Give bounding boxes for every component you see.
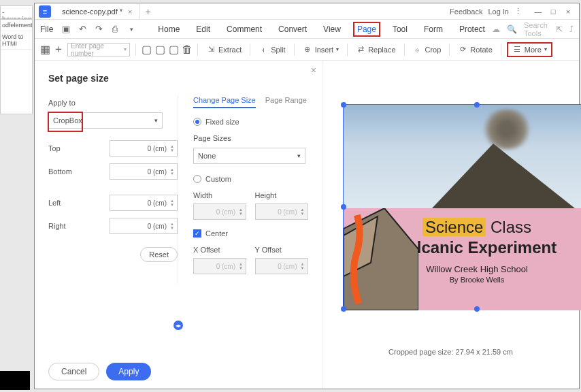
rotate-button[interactable]: ⟳Rotate	[455, 43, 495, 56]
doc-subtitle2: By Brooke Wells	[450, 276, 505, 284]
page-number-input[interactable]: Enter page number▾	[67, 43, 130, 56]
kebab-icon[interactable]: ⋮	[514, 7, 522, 16]
menu-tool[interactable]: Tool	[388, 22, 412, 37]
resize-handle-icon[interactable]: ◂▸	[173, 321, 183, 330]
close-panel-icon[interactable]: ×	[311, 65, 316, 76]
crop-handle-tl[interactable]	[341, 102, 346, 108]
app-window: ≡ science-copy.pdf * × + Feedback Log In…	[34, 3, 580, 389]
more-button[interactable]: ☰More▾	[507, 42, 552, 57]
crop-handle-t[interactable]	[474, 102, 480, 108]
cancel-button[interactable]: Cancel	[48, 363, 99, 380]
box-2-icon[interactable]: ▢	[155, 45, 165, 54]
trash-icon[interactable]: 🗑	[182, 45, 192, 54]
titlebar: ≡ science-copy.pdf * × + Feedback Log In…	[35, 3, 579, 20]
crop-button[interactable]: ⟐Crop	[410, 43, 444, 56]
menu-page[interactable]: Page	[353, 22, 380, 37]
add-tab-button[interactable]: +	[140, 6, 156, 17]
extract-button[interactable]: ⇲Extract	[203, 43, 244, 56]
cloud-icon[interactable]: ☁	[492, 24, 500, 34]
file-menu[interactable]: File	[40, 24, 53, 34]
menu-convert[interactable]: Convert	[274, 22, 311, 37]
add-page-icon[interactable]: ＋	[54, 45, 63, 54]
menubar: File ▣ ↶ ↷ ⎙ ▾ Home Edit Comment Convert…	[35, 20, 579, 39]
radio-icon	[193, 118, 201, 126]
save-icon[interactable]: ▣	[60, 23, 72, 35]
reset-button[interactable]: Reset	[140, 247, 178, 262]
undo-icon[interactable]: ↶	[76, 23, 88, 35]
background-sidebar: odfelement Word to HTMI	[0, 19, 33, 114]
right-input[interactable]: 0 (cm)▲▼	[110, 218, 178, 234]
search-icon[interactable]: 🔍	[507, 24, 517, 34]
search-tools-input[interactable]: Search Tools	[524, 21, 549, 37]
split-icon: ⫞	[259, 45, 268, 54]
doc-subtitle1: Willow Creek High School	[426, 264, 528, 274]
left-input[interactable]: 0 (cm)▲▼	[110, 195, 178, 211]
center-checkbox[interactable]: ✓ Center	[193, 229, 308, 238]
right-label: Right	[48, 222, 66, 230]
xoffset-input: 0 (cm)▲▼	[193, 258, 246, 274]
background-tab: -boxes.jpg (8	[0, 5, 33, 19]
feedback-link[interactable]: Feedback	[450, 7, 482, 16]
volcano-diagram-icon	[344, 208, 418, 310]
radio-icon	[193, 175, 201, 183]
close-tab-icon[interactable]: ×	[128, 7, 132, 16]
crop-status-text: Cropped page size: 27.94 x 21.59 cm	[322, 348, 579, 356]
insert-button[interactable]: ⊕Insert▾	[300, 43, 342, 56]
fixed-size-radio[interactable]: Fixed size	[193, 118, 308, 126]
ribbon: ▦ ＋ Enter page number▾ ▢ ▢ ▢ 🗑 ⇲Extract …	[35, 39, 579, 61]
crop-frame[interactable]: Science Class Volcanic Experiment Willow…	[343, 104, 581, 310]
document-image	[344, 105, 581, 208]
replace-button[interactable]: ⇄Replace	[353, 43, 398, 56]
box-1-icon[interactable]: ▢	[142, 45, 151, 54]
open-external-icon[interactable]: ⇱	[556, 24, 563, 34]
menu-comment[interactable]: Comment	[222, 22, 266, 37]
print-icon[interactable]: ⎙	[109, 23, 121, 35]
split-button[interactable]: ⫞Split	[256, 43, 288, 56]
grid-icon[interactable]: ▦	[40, 45, 50, 54]
page-sizes-select[interactable]: None▾	[193, 148, 305, 164]
chevron-down-icon[interactable]: ▾	[125, 23, 137, 35]
document-lower: Science Class Volcanic Experiment Willow…	[344, 208, 581, 310]
crop-icon: ⟐	[413, 45, 422, 54]
yoffset-label: Y Offset	[255, 246, 309, 254]
apply-to-select[interactable]: CropBox▾	[48, 112, 163, 129]
bottom-input[interactable]: 0 (cm)▲▼	[110, 163, 178, 180]
crop-handle-bl[interactable]	[341, 306, 346, 312]
apply-to-label: Apply to	[48, 99, 178, 107]
crop-handle-b[interactable]	[474, 306, 480, 312]
panel-title: Set page size	[48, 73, 308, 84]
app-icon: ≡	[39, 5, 51, 18]
redo-icon[interactable]: ↷	[93, 23, 105, 35]
bottom-label: Bottom	[48, 167, 72, 176]
menu-icon: ☰	[512, 45, 522, 54]
minimize-button[interactable]: —	[531, 5, 545, 18]
login-link[interactable]: Log In	[488, 7, 509, 16]
top-label: Top	[48, 144, 61, 152]
doc-title-line2: Volcanic Experiment	[397, 238, 557, 257]
tab-title: science-copy.pdf *	[62, 7, 122, 16]
crop-handle-l[interactable]	[341, 204, 346, 210]
insert-icon: ⊕	[303, 45, 312, 54]
top-input[interactable]: 0 (cm)▲▼	[110, 140, 178, 157]
tab-page-range[interactable]: Page Range	[265, 96, 307, 108]
menu-protect[interactable]: Protect	[455, 22, 489, 37]
xoffset-label: X Offset	[193, 246, 247, 254]
page-sizes-label: Page Sizes	[193, 134, 308, 142]
menu-form[interactable]: Form	[420, 22, 447, 37]
document-tab[interactable]: science-copy.pdf * ×	[55, 4, 140, 19]
close-window-button[interactable]: ×	[561, 5, 575, 18]
background-taskbar	[0, 371, 30, 390]
tab-change-page-size[interactable]: Change Page Size	[193, 96, 256, 108]
checkbox-icon: ✓	[193, 229, 201, 238]
custom-radio[interactable]: Custom	[193, 175, 308, 183]
menu-view[interactable]: View	[319, 22, 345, 37]
preview-area: Science Class Volcanic Experiment Willow…	[322, 61, 579, 389]
box-3-icon[interactable]: ▢	[169, 45, 178, 54]
menu-home[interactable]: Home	[154, 22, 184, 37]
maximize-button[interactable]: □	[546, 5, 560, 18]
extract-icon: ⇲	[206, 45, 216, 54]
menu-edit[interactable]: Edit	[192, 22, 214, 37]
width-input: 0 (cm)▲▼	[193, 203, 246, 220]
share-icon[interactable]: ⤴	[569, 24, 574, 34]
apply-button[interactable]: Apply	[106, 363, 151, 380]
